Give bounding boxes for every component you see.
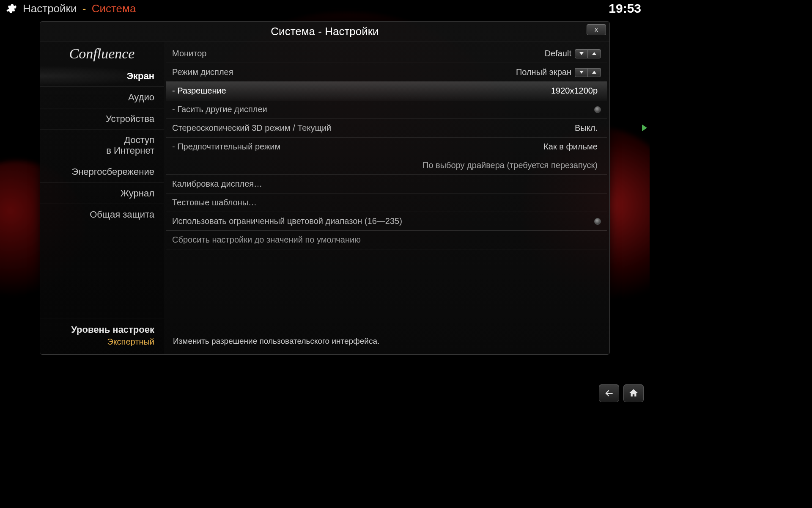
gear-icon [4, 2, 18, 15]
settings-window: Система - Настройки x Confluence ЭкранАу… [40, 21, 610, 355]
breadcrumb: Настройки - Система [23, 2, 136, 15]
setting-label: Монитор [172, 49, 206, 58]
sidebar-item-1[interactable]: Аудио [40, 87, 164, 108]
setting-row-4[interactable]: Стереоскопический 3D режим / ТекущийВыкл… [166, 119, 607, 138]
setting-row-10[interactable]: Сбросить настройки до значений по умолча… [166, 231, 607, 249]
spinner [575, 68, 601, 77]
spinner-up-button[interactable] [588, 50, 601, 58]
sidebar-item-6[interactable]: Общая защита [40, 204, 164, 225]
setting-label: Калибровка дисплея… [172, 179, 262, 189]
window-header: Система - Настройки x [40, 22, 609, 42]
setting-label: Тестовые шаблоны… [172, 198, 257, 207]
toggle-indicator[interactable] [594, 218, 601, 225]
sidebar-item-2[interactable]: Устройства [40, 108, 164, 130]
setting-label: Сбросить настройки до значений по умолча… [172, 235, 361, 245]
topbar: Настройки - Система 19:53 [0, 0, 650, 17]
spinner-up-button[interactable] [588, 68, 601, 77]
sidebar-item-5[interactable]: Журнал [40, 183, 164, 204]
close-button[interactable]: x [587, 24, 606, 35]
content-panel: МониторDefaultРежим дисплеяПолный экран-… [164, 42, 609, 354]
breadcrumb-dash: - [82, 2, 86, 15]
spinner-down-button[interactable] [575, 68, 588, 77]
breadcrumb-page: Система [92, 2, 136, 15]
setting-row-0[interactable]: МониторDefault [166, 44, 607, 63]
spinner-down-button[interactable] [575, 50, 588, 58]
setting-value: Полный экран [516, 67, 571, 77]
setting-label: Использовать ограниченный цветовой диапа… [172, 216, 402, 226]
settings-level-block[interactable]: Уровень настроек Экспертный [40, 318, 164, 354]
setting-label: Стереоскопический 3D режим / Текущий [172, 123, 331, 133]
sidebar: Confluence ЭкранАудиоУстройстваДоступв И… [40, 42, 164, 354]
setting-value: 1920x1200p [551, 86, 598, 96]
sidebar-item-3[interactable]: Доступв Интернет [40, 130, 164, 162]
chevron-down-icon [579, 71, 584, 74]
setting-label: - Гасить другие дисплеи [172, 105, 267, 114]
settings-level-value: Экспертный [49, 337, 154, 347]
setting-row-1[interactable]: Режим дисплеяПолный экран [166, 63, 607, 82]
clock: 19:53 [609, 1, 641, 16]
setting-row-5[interactable]: - Предпочтительный режимКак в фильме [166, 138, 607, 156]
toggle-indicator[interactable] [594, 106, 601, 113]
setting-label: - Разрешение [172, 86, 226, 96]
setting-value: Default [545, 49, 571, 58]
spinner [575, 49, 601, 58]
setting-row-7[interactable]: Калибровка дисплея… [166, 175, 607, 193]
setting-value: По выбору драйвера (требуется перезапуск… [422, 160, 598, 170]
setting-row-9[interactable]: Использовать ограниченный цветовой диапа… [166, 212, 607, 231]
settings-level-label: Уровень настроек [49, 324, 154, 335]
setting-row-6[interactable]: По выбору драйвера (требуется перезапуск… [166, 156, 607, 175]
chevron-down-icon [579, 52, 584, 55]
setting-label: Режим дисплея [172, 67, 233, 77]
setting-row-8[interactable]: Тестовые шаблоны… [166, 193, 607, 212]
setting-row-2[interactable]: - Разрешение1920x1200p [166, 82, 607, 100]
setting-label: - Предпочтительный режим [172, 142, 280, 152]
sidebar-item-0[interactable]: Экран [40, 66, 164, 87]
setting-value: Выкл. [575, 123, 598, 133]
cursor-icon [642, 124, 647, 131]
setting-value: Как в фильме [543, 142, 598, 152]
hint-text: Изменить разрешение пользовательского ин… [166, 329, 607, 354]
close-icon: x [595, 26, 598, 33]
chevron-up-icon [592, 71, 596, 74]
skin-logo: Confluence [40, 42, 164, 66]
breadcrumb-section: Настройки [23, 2, 77, 15]
chevron-up-icon [592, 52, 596, 55]
back-button[interactable] [599, 384, 619, 402]
sidebar-item-4[interactable]: Энергосбережение [40, 161, 164, 182]
home-button[interactable] [623, 384, 644, 402]
setting-row-3[interactable]: - Гасить другие дисплеи [166, 100, 607, 119]
dock [599, 384, 644, 402]
window-title: Система - Настройки [271, 25, 379, 38]
